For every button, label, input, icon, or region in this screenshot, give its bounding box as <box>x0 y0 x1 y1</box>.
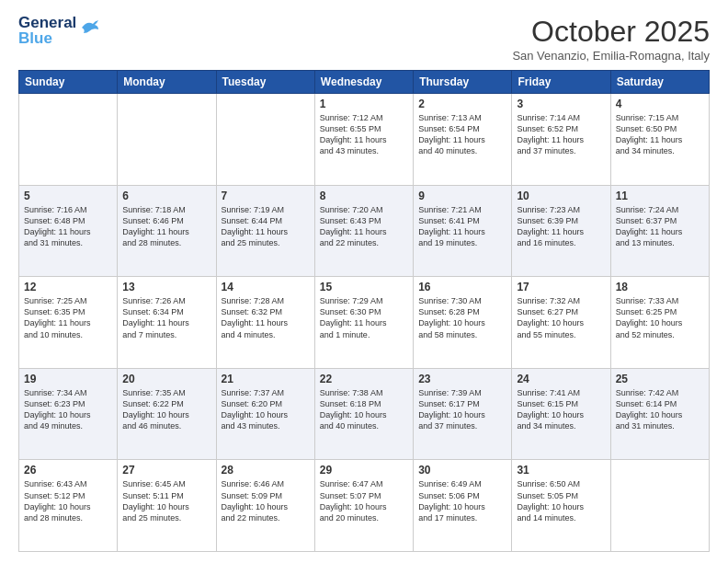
table-row: 7Sunrise: 7:19 AM Sunset: 6:44 PM Daylig… <box>216 185 314 277</box>
day-info: Sunrise: 7:32 AM Sunset: 6:27 PM Dayligh… <box>517 295 605 340</box>
calendar-week-row: 26Sunrise: 6:43 AM Sunset: 5:12 PM Dayli… <box>19 460 710 552</box>
day-number: 31 <box>517 464 605 477</box>
table-row <box>118 94 216 186</box>
day-number: 30 <box>418 464 506 477</box>
day-number: 2 <box>418 98 506 110</box>
day-info: Sunrise: 7:33 AM Sunset: 6:25 PM Dayligh… <box>616 295 704 340</box>
col-friday: Friday <box>512 71 610 94</box>
table-row: 28Sunrise: 6:46 AM Sunset: 5:09 PM Dayli… <box>216 460 314 552</box>
day-number: 19 <box>24 373 112 385</box>
day-number: 23 <box>418 373 506 385</box>
logo: General Blue <box>18 15 100 46</box>
day-info: Sunrise: 7:25 AM Sunset: 6:35 PM Dayligh… <box>24 295 112 340</box>
day-number: 11 <box>616 190 704 202</box>
day-info: Sunrise: 6:43 AM Sunset: 5:12 PM Dayligh… <box>24 478 112 523</box>
table-row: 10Sunrise: 7:23 AM Sunset: 6:39 PM Dayli… <box>512 185 610 277</box>
table-row: 5Sunrise: 7:16 AM Sunset: 6:48 PM Daylig… <box>19 185 118 277</box>
day-info: Sunrise: 7:19 AM Sunset: 6:44 PM Dayligh… <box>222 204 310 249</box>
col-saturday: Saturday <box>610 71 709 94</box>
header-right: October 2025 San Venanzio, Emilia-Romagn… <box>512 15 710 63</box>
day-number: 10 <box>517 190 605 202</box>
day-info: Sunrise: 7:26 AM Sunset: 6:34 PM Dayligh… <box>122 295 210 340</box>
table-row: 24Sunrise: 7:41 AM Sunset: 6:15 PM Dayli… <box>512 368 610 460</box>
table-row: 31Sunrise: 6:50 AM Sunset: 5:05 PM Dayli… <box>512 460 610 552</box>
day-number: 14 <box>222 281 310 293</box>
table-row: 23Sunrise: 7:39 AM Sunset: 6:17 PM Dayli… <box>414 368 512 460</box>
day-number: 26 <box>24 464 112 477</box>
table-row: 30Sunrise: 6:49 AM Sunset: 5:06 PM Dayli… <box>414 460 512 552</box>
table-row: 25Sunrise: 7:42 AM Sunset: 6:14 PM Dayli… <box>610 368 709 460</box>
day-number: 1 <box>320 98 408 110</box>
day-info: Sunrise: 7:21 AM Sunset: 6:41 PM Dayligh… <box>418 204 506 249</box>
table-row: 3Sunrise: 7:14 AM Sunset: 6:52 PM Daylig… <box>512 94 610 186</box>
table-row: 27Sunrise: 6:45 AM Sunset: 5:11 PM Dayli… <box>118 460 216 552</box>
day-number: 9 <box>418 190 506 202</box>
day-info: Sunrise: 7:12 AM Sunset: 6:55 PM Dayligh… <box>320 112 408 157</box>
logo-bird-icon <box>80 18 100 39</box>
day-info: Sunrise: 7:15 AM Sunset: 6:50 PM Dayligh… <box>616 112 704 157</box>
table-row: 11Sunrise: 7:24 AM Sunset: 6:37 PM Dayli… <box>610 185 709 277</box>
day-info: Sunrise: 7:14 AM Sunset: 6:52 PM Dayligh… <box>517 112 605 157</box>
day-info: Sunrise: 7:18 AM Sunset: 6:46 PM Dayligh… <box>122 204 210 249</box>
table-row: 19Sunrise: 7:34 AM Sunset: 6:23 PM Dayli… <box>19 368 118 460</box>
calendar-week-row: 19Sunrise: 7:34 AM Sunset: 6:23 PM Dayli… <box>19 368 710 460</box>
day-number: 13 <box>122 281 210 293</box>
month-title: October 2025 <box>512 15 710 49</box>
calendar-header-row: Sunday Monday Tuesday Wednesday Thursday… <box>19 71 710 94</box>
day-info: Sunrise: 7:41 AM Sunset: 6:15 PM Dayligh… <box>517 387 605 432</box>
day-number: 15 <box>320 281 408 293</box>
day-info: Sunrise: 7:35 AM Sunset: 6:22 PM Dayligh… <box>122 387 210 432</box>
table-row: 20Sunrise: 7:35 AM Sunset: 6:22 PM Dayli… <box>118 368 216 460</box>
table-row: 18Sunrise: 7:33 AM Sunset: 6:25 PM Dayli… <box>610 277 709 369</box>
day-info: Sunrise: 7:42 AM Sunset: 6:14 PM Dayligh… <box>616 387 704 432</box>
logo-blue: Blue <box>18 30 76 46</box>
table-row: 14Sunrise: 7:28 AM Sunset: 6:32 PM Dayli… <box>216 277 314 369</box>
header: General Blue October 2025 San Venanzio, … <box>18 15 710 63</box>
col-sunday: Sunday <box>19 71 118 94</box>
table-row: 4Sunrise: 7:15 AM Sunset: 6:50 PM Daylig… <box>610 94 709 186</box>
day-info: Sunrise: 7:28 AM Sunset: 6:32 PM Dayligh… <box>222 295 310 340</box>
day-number: 12 <box>24 281 112 293</box>
table-row: 29Sunrise: 6:47 AM Sunset: 5:07 PM Dayli… <box>314 460 413 552</box>
col-tuesday: Tuesday <box>216 71 314 94</box>
day-number: 5 <box>24 190 112 202</box>
day-info: Sunrise: 7:16 AM Sunset: 6:48 PM Dayligh… <box>24 204 112 249</box>
table-row: 15Sunrise: 7:29 AM Sunset: 6:30 PM Dayli… <box>314 277 413 369</box>
table-row: 2Sunrise: 7:13 AM Sunset: 6:54 PM Daylig… <box>414 94 512 186</box>
day-info: Sunrise: 6:46 AM Sunset: 5:09 PM Dayligh… <box>222 478 310 523</box>
day-info: Sunrise: 7:29 AM Sunset: 6:30 PM Dayligh… <box>320 295 408 340</box>
table-row: 21Sunrise: 7:37 AM Sunset: 6:20 PM Dayli… <box>216 368 314 460</box>
day-number: 8 <box>320 190 408 202</box>
day-number: 6 <box>122 190 210 202</box>
day-info: Sunrise: 6:45 AM Sunset: 5:11 PM Dayligh… <box>122 478 210 523</box>
table-row: 16Sunrise: 7:30 AM Sunset: 6:28 PM Dayli… <box>414 277 512 369</box>
day-number: 4 <box>616 98 704 110</box>
day-number: 3 <box>517 98 605 110</box>
table-row <box>216 94 314 186</box>
day-number: 18 <box>616 281 704 293</box>
col-thursday: Thursday <box>414 71 512 94</box>
day-info: Sunrise: 6:49 AM Sunset: 5:06 PM Dayligh… <box>418 478 506 523</box>
day-info: Sunrise: 6:50 AM Sunset: 5:05 PM Dayligh… <box>517 478 605 523</box>
day-number: 22 <box>320 373 408 385</box>
day-number: 16 <box>418 281 506 293</box>
table-row: 17Sunrise: 7:32 AM Sunset: 6:27 PM Dayli… <box>512 277 610 369</box>
calendar-table: Sunday Monday Tuesday Wednesday Thursday… <box>18 70 710 552</box>
day-number: 21 <box>222 373 310 385</box>
day-number: 17 <box>517 281 605 293</box>
table-row: 8Sunrise: 7:20 AM Sunset: 6:43 PM Daylig… <box>314 185 413 277</box>
day-info: Sunrise: 7:37 AM Sunset: 6:20 PM Dayligh… <box>222 387 310 432</box>
location: San Venanzio, Emilia-Romagna, Italy <box>512 49 710 63</box>
day-info: Sunrise: 7:13 AM Sunset: 6:54 PM Dayligh… <box>418 112 506 157</box>
col-monday: Monday <box>118 71 216 94</box>
table-row: 13Sunrise: 7:26 AM Sunset: 6:34 PM Dayli… <box>118 277 216 369</box>
day-number: 29 <box>320 464 408 477</box>
table-row: 22Sunrise: 7:38 AM Sunset: 6:18 PM Dayli… <box>314 368 413 460</box>
col-wednesday: Wednesday <box>314 71 413 94</box>
day-info: Sunrise: 7:23 AM Sunset: 6:39 PM Dayligh… <box>517 204 605 249</box>
day-number: 20 <box>122 373 210 385</box>
day-info: Sunrise: 7:39 AM Sunset: 6:17 PM Dayligh… <box>418 387 506 432</box>
table-row <box>19 94 118 186</box>
table-row: 12Sunrise: 7:25 AM Sunset: 6:35 PM Dayli… <box>19 277 118 369</box>
calendar-week-row: 5Sunrise: 7:16 AM Sunset: 6:48 PM Daylig… <box>19 185 710 277</box>
